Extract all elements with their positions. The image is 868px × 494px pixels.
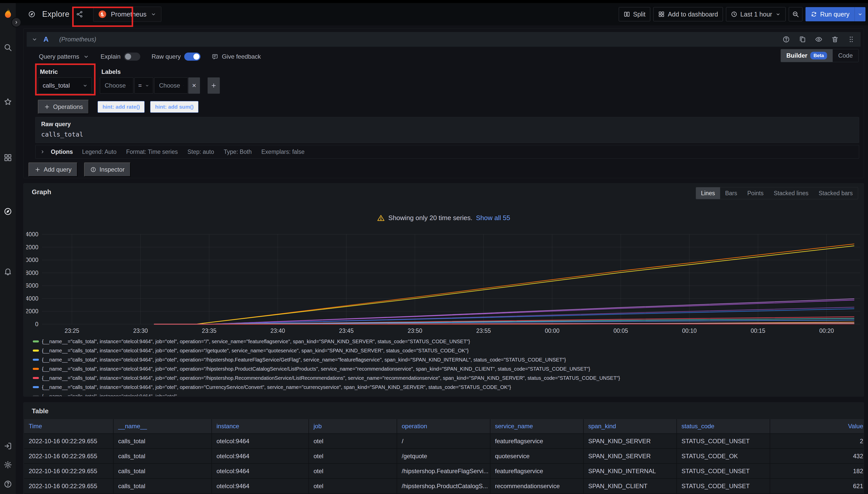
graph-warning-text: Showing only 20 time series. xyxy=(388,214,472,222)
close-icon: × xyxy=(192,81,196,90)
time-range-picker[interactable]: Last 1 hour xyxy=(726,7,786,21)
drag-handle-icon[interactable] xyxy=(847,36,855,43)
table-cell: calls_total xyxy=(113,449,212,463)
options-row[interactable]: Options Legend: AutoFormat: Time seriesS… xyxy=(35,145,859,159)
bell-icon[interactable] xyxy=(3,267,12,276)
column-header-servicename[interactable]: service_name xyxy=(490,419,583,433)
legend-row[interactable]: {__name__="calls_total", instance="otelc… xyxy=(33,337,856,346)
column-header-name[interactable]: __name__ xyxy=(113,419,212,433)
explore-compass-icon[interactable] xyxy=(3,207,12,216)
help-icon[interactable] xyxy=(3,480,12,489)
chevron-down-icon xyxy=(150,11,157,17)
add-query-button[interactable]: Add query xyxy=(29,163,77,177)
legend-swatch-icon xyxy=(33,395,39,397)
table-cell: featureflagservice xyxy=(490,464,583,478)
chart-legend: {__name__="calls_total", instance="otelc… xyxy=(33,337,856,397)
column-header-value[interactable]: Value xyxy=(770,419,864,433)
svg-text:4000: 4000 xyxy=(26,295,38,302)
gear-icon[interactable] xyxy=(3,460,12,469)
inspector-button[interactable]: Inspector xyxy=(84,163,131,177)
eye-icon[interactable] xyxy=(815,36,822,43)
run-query-label: Run query xyxy=(820,11,849,18)
operations-button[interactable]: Operations xyxy=(38,100,89,114)
graph-panel-title: Graph xyxy=(32,188,51,196)
table-cell: SPAN_KIND_INTERNAL xyxy=(584,464,676,478)
add-label-filter-button[interactable] xyxy=(207,77,220,94)
svg-text:6000: 6000 xyxy=(26,282,38,289)
trash-icon[interactable] xyxy=(831,36,839,43)
run-query-button[interactable]: Run query xyxy=(806,7,866,21)
time-series-chart[interactable]: 0200040006000800010000120001400023:2523:… xyxy=(26,229,862,335)
legend-swatch-icon xyxy=(33,349,39,352)
label-operator-select[interactable]: = xyxy=(134,77,153,94)
raw-query-toggle[interactable] xyxy=(184,53,200,61)
raw-query-label: Raw query xyxy=(41,121,853,128)
datasource-picker[interactable]: Prometheus xyxy=(93,6,161,22)
help-icon[interactable] xyxy=(782,36,790,43)
table-cell: STATUS_CODE_OK xyxy=(677,449,770,463)
show-all-link[interactable]: Show all 55 xyxy=(476,214,510,222)
hint-buttons: hint: add rate()hint: add sum() xyxy=(97,101,198,113)
graph-mode-stacked-lines[interactable]: Stacked lines xyxy=(768,187,814,199)
svg-text:00:15: 00:15 xyxy=(751,327,765,334)
star-icon[interactable] xyxy=(3,97,12,106)
column-header-time[interactable]: Time xyxy=(24,419,113,433)
sign-in-icon[interactable] xyxy=(3,442,12,450)
datasource-name: Prometheus xyxy=(111,11,146,18)
label-name-select[interactable]: Choose xyxy=(100,77,133,94)
query-patterns-dropdown[interactable]: Query patterns xyxy=(39,53,89,60)
column-header-instance[interactable]: instance xyxy=(212,419,308,433)
give-feedback-link[interactable]: Give feedback xyxy=(212,53,261,60)
graph-mode-stacked-bars[interactable]: Stacked bars xyxy=(814,187,858,199)
search-icon[interactable] xyxy=(3,43,12,52)
legend-row[interactable]: {__name__="calls_total", instance="otelc… xyxy=(33,374,856,383)
svg-text:23:30: 23:30 xyxy=(133,327,148,334)
dashboards-icon[interactable] xyxy=(3,153,12,162)
run-query-dropdown[interactable] xyxy=(854,7,866,21)
legend-swatch-icon xyxy=(33,386,39,388)
graph-mode-bars[interactable]: Bars xyxy=(720,187,742,199)
code-tab[interactable]: Code xyxy=(833,49,858,62)
column-header-statuscode[interactable]: status_code xyxy=(677,419,770,433)
add-to-dashboard-button[interactable]: Add to dashboard xyxy=(653,7,723,21)
graph-mode-lines[interactable]: Lines xyxy=(696,187,720,199)
table-panel: Table Time__name__instancejoboperationse… xyxy=(23,402,864,494)
column-header-operation[interactable]: operation xyxy=(397,419,490,433)
legend-row[interactable]: {__name__="calls_total", instance="otelc… xyxy=(33,346,856,355)
legend-row[interactable]: {__name__="calls_total", instance="otelc… xyxy=(33,364,856,374)
column-header-job[interactable]: job xyxy=(309,419,397,433)
label-value-select[interactable]: Choose xyxy=(154,77,188,94)
chevron-down-icon[interactable] xyxy=(31,36,38,43)
split-button[interactable]: Split xyxy=(619,7,651,21)
query-hint-button[interactable]: hint: add sum() xyxy=(150,101,198,113)
legend-row[interactable]: {__name__="calls_total", instance="otelc… xyxy=(33,383,856,392)
option-summary-item: Legend: Auto xyxy=(82,149,116,155)
time-zoom-out-button[interactable] xyxy=(789,7,802,21)
query-row-header[interactable]: A (Prometheus) xyxy=(27,32,861,47)
explain-toggle[interactable] xyxy=(124,53,140,61)
grafana-explore-page: Explore Prometheus Split Add to dashboar… xyxy=(0,0,868,494)
query-hint-button[interactable]: hint: add rate() xyxy=(97,101,145,113)
table-cell: SPAN_KIND_SERVER xyxy=(584,449,676,463)
column-header-spankind[interactable]: span_kind xyxy=(584,419,676,433)
table-cell: otelcol:9464 xyxy=(212,464,308,478)
svg-text:00:00: 00:00 xyxy=(545,327,560,334)
table-cell: 2022-10-16 00:22:29.655 xyxy=(24,479,113,493)
builder-tab[interactable]: Builder Beta xyxy=(781,49,833,62)
graph-mode-points[interactable]: Points xyxy=(742,187,768,199)
page-title: Explore xyxy=(42,10,69,19)
sidebar-expand-button[interactable] xyxy=(11,17,21,27)
sync-icon xyxy=(811,11,817,18)
table-cell: 432 xyxy=(770,449,864,463)
metric-select[interactable]: calls_total xyxy=(38,77,92,94)
table-cell: SPAN_KIND_SERVER xyxy=(584,434,676,448)
remove-label-filter-button[interactable]: × xyxy=(188,77,200,94)
table-cell: STATUS_CODE_UNSET xyxy=(677,464,770,478)
copy-icon[interactable] xyxy=(799,36,806,43)
legend-row[interactable]: {__name__="calls_total", instance="otelc… xyxy=(33,355,856,364)
legend-row[interactable]: {__name__="calls_total", instance="otelc… xyxy=(33,392,856,397)
table-cell: quoteservice xyxy=(490,449,583,463)
warning-icon xyxy=(377,214,385,222)
share-icon[interactable] xyxy=(76,11,83,18)
grafana-logo-icon[interactable] xyxy=(2,7,14,20)
